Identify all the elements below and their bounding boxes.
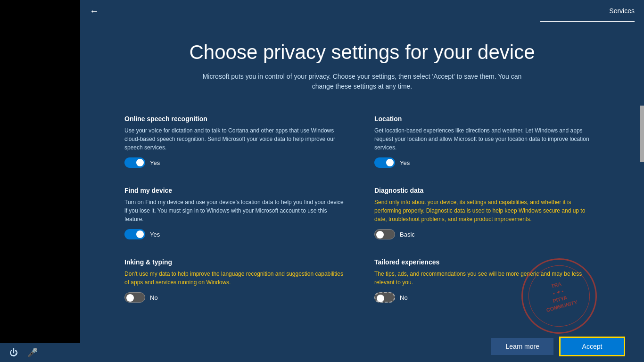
toggle-knob-tailored bbox=[377, 295, 384, 302]
setting-location: Location Get location-based experiences … bbox=[374, 106, 596, 177]
setting-title-inking: Inking & typing bbox=[124, 258, 346, 266]
toggle-knob-find-device bbox=[136, 230, 144, 238]
settings-scroll[interactable]: Online speech recognition Use your voice… bbox=[80, 106, 640, 331]
toggle-knob-inking bbox=[126, 294, 134, 302]
setting-title-tailored: Tailored experiences bbox=[374, 258, 596, 266]
toggle-knob-diagnostic bbox=[376, 231, 384, 239]
setting-online-speech: Online speech recognition Use your voice… bbox=[124, 106, 346, 177]
toggle-find-device[interactable] bbox=[124, 229, 145, 239]
hero-section: Choose privacy settings for your device … bbox=[80, 22, 644, 106]
setting-title-online-speech: Online speech recognition bbox=[124, 115, 346, 123]
setting-desc-location: Get location-based experiences like dire… bbox=[374, 126, 596, 152]
toggle-knob-location bbox=[386, 159, 394, 166]
main-window: ← Services Choose privacy settings for y… bbox=[80, 0, 644, 362]
toggle-row-diagnostic: Basic bbox=[374, 229, 596, 239]
footer: Learn more Accept bbox=[80, 331, 644, 362]
power-icon[interactable]: ⏻ bbox=[9, 348, 18, 358]
page-title: Choose privacy settings for your device bbox=[118, 41, 606, 64]
setting-tailored: Tailored experiences The tips, ads, and … bbox=[374, 249, 596, 312]
setting-find-device: Find my device Turn on Find my device an… bbox=[124, 177, 346, 249]
content-area: Choose privacy settings for your device … bbox=[80, 22, 644, 362]
toggle-online-speech[interactable] bbox=[124, 157, 145, 168]
toggle-row-find-device: Yes bbox=[124, 229, 346, 239]
toggle-inking[interactable] bbox=[124, 292, 145, 303]
toggle-label-location: Yes bbox=[400, 159, 410, 166]
page-subtitle: Microsoft puts you in control of your pr… bbox=[197, 72, 527, 91]
setting-desc-tailored: The tips, ads, and recommendations you s… bbox=[374, 270, 596, 287]
setting-desc-online-speech: Use your voice for dictation and to talk… bbox=[124, 126, 346, 152]
toggle-label-inking: No bbox=[150, 294, 158, 301]
setting-title-diagnostic: Diagnostic data bbox=[374, 187, 596, 194]
taskbar: ⏻ 🎤 bbox=[0, 343, 80, 362]
settings-container: Online speech recognition Use your voice… bbox=[80, 106, 644, 331]
header: ← Services bbox=[80, 0, 644, 22]
setting-diagnostic: Diagnostic data Send only info about you… bbox=[374, 177, 596, 249]
right-column: Location Get location-based experiences … bbox=[374, 106, 596, 312]
toggle-diagnostic[interactable] bbox=[374, 229, 395, 239]
toggle-label-tailored: No bbox=[400, 294, 408, 301]
setting-desc-inking: Don't use my data to help improve the la… bbox=[124, 270, 346, 287]
learn-more-button[interactable]: Learn more bbox=[491, 338, 553, 355]
header-underline bbox=[540, 21, 635, 22]
setting-desc-diagnostic: Send only info about your device, its se… bbox=[374, 198, 596, 223]
back-icon: ← bbox=[90, 6, 99, 16]
toggle-row-tailored: No bbox=[374, 292, 596, 303]
toggle-row-inking: No bbox=[124, 292, 346, 303]
toggle-label-diagnostic: Basic bbox=[400, 231, 415, 238]
setting-title-location: Location bbox=[374, 115, 596, 123]
toggle-label-online-speech: Yes bbox=[150, 159, 160, 166]
toggle-row-location: Yes bbox=[374, 157, 596, 168]
setting-title-find-device: Find my device bbox=[124, 187, 346, 194]
toggle-tailored[interactable] bbox=[374, 292, 395, 303]
left-column: Online speech recognition Use your voice… bbox=[124, 106, 346, 312]
back-button[interactable]: ← bbox=[90, 6, 99, 16]
setting-inking-typing: Inking & typing Don't use my data to hel… bbox=[124, 249, 346, 312]
toggle-location[interactable] bbox=[374, 157, 395, 168]
toggle-row-online-speech: Yes bbox=[124, 157, 346, 168]
header-title: Services bbox=[609, 7, 635, 15]
setting-desc-find-device: Turn on Find my device and use your devi… bbox=[124, 198, 346, 223]
settings-grid: Online speech recognition Use your voice… bbox=[124, 106, 596, 312]
scrollbar[interactable] bbox=[640, 106, 644, 331]
microphone-icon[interactable]: 🎤 bbox=[27, 347, 38, 358]
toggle-knob-online-speech bbox=[136, 159, 144, 166]
toggle-label-find-device: Yes bbox=[150, 231, 160, 238]
accept-button[interactable]: Accept bbox=[559, 337, 625, 356]
scrollbar-thumb bbox=[640, 106, 644, 162]
